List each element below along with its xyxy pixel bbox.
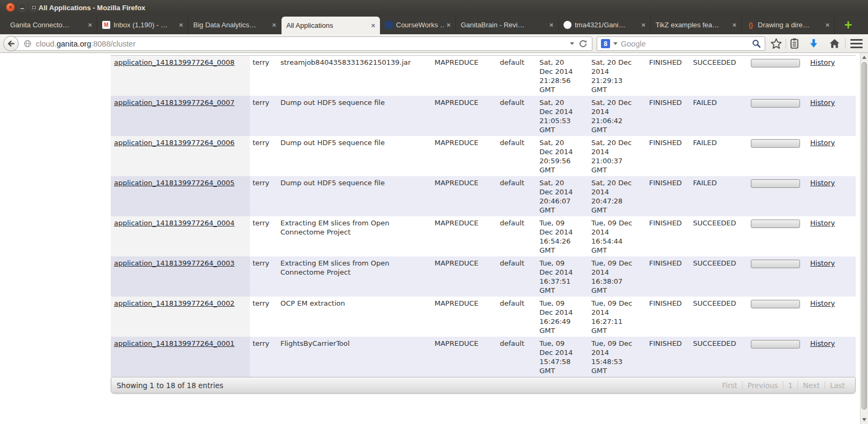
- gmail-icon: [102, 21, 110, 29]
- application-link[interactable]: application_1418139977264_0007: [114, 99, 234, 107]
- bookmark-star-icon[interactable]: [771, 38, 782, 49]
- search-input[interactable]: Google: [621, 40, 752, 48]
- application-link[interactable]: application_1418139977264_0008: [114, 58, 234, 66]
- back-button[interactable]: [3, 36, 19, 51]
- url-suffix: :8088/cluster: [91, 40, 135, 48]
- progress-bar: [751, 139, 800, 148]
- browser-tab-1[interactable]: Inbox (1,190) - … ×: [97, 16, 188, 34]
- start-time-cell: Sat, 20 Dec 2014 20:59:56 GMT: [537, 136, 589, 176]
- tab-close-icon[interactable]: ×: [179, 21, 183, 29]
- history-link[interactable]: History: [810, 299, 835, 307]
- progress-cell: [748, 256, 805, 297]
- application-link[interactable]: application_1418139977264_0002: [114, 299, 234, 307]
- entries-info: Showing 1 to 18 of 18 entries: [117, 381, 223, 390]
- start-time-cell: Tue, 09 Dec 2014 16:54:26 GMT: [537, 216, 589, 256]
- browser-tab-3[interactable]: All Applications ×: [281, 17, 380, 34]
- window-close-button[interactable]: ×: [6, 3, 15, 12]
- history-link[interactable]: History: [810, 339, 835, 347]
- scrollbar-thumb[interactable]: [862, 62, 867, 410]
- search-engine-dropdown-icon[interactable]: [613, 42, 618, 45]
- pagination-1[interactable]: 1: [783, 381, 798, 390]
- pagination-previous[interactable]: Previous: [742, 381, 783, 390]
- application-link[interactable]: application_1418139977264_0001: [114, 339, 234, 347]
- navigation-toolbar: cloud.ganita.org:8088/cluster 8 Google: [0, 34, 868, 53]
- tracking-cell: History: [805, 176, 856, 216]
- application-id-cell: application_1418139977264_0007: [111, 96, 250, 136]
- tab-close-icon[interactable]: ×: [732, 21, 736, 29]
- tab-close-icon[interactable]: ×: [446, 21, 451, 29]
- application-type-cell: MAPREDUCE: [432, 216, 497, 256]
- url-text: cloud.ganita.org:8088/cluster: [36, 40, 135, 48]
- history-link[interactable]: History: [810, 259, 835, 267]
- menu-icon[interactable]: [850, 39, 863, 48]
- scroll-down-icon[interactable]: [861, 416, 868, 423]
- tab-close-icon[interactable]: ×: [88, 21, 92, 29]
- browser-tab-6[interactable]: tma4321/Gani… ×: [559, 16, 651, 34]
- user-cell: terry: [250, 136, 278, 176]
- scroll-up-icon[interactable]: [861, 54, 868, 61]
- queue-cell: default: [497, 176, 537, 216]
- home-icon[interactable]: [829, 38, 840, 49]
- user-cell: terry: [250, 297, 278, 337]
- application-link[interactable]: application_1418139977264_0004: [114, 219, 234, 227]
- back-arrow-icon: [6, 39, 16, 48]
- application-type-cell: MAPREDUCE: [432, 297, 497, 337]
- progress-bar: [751, 340, 800, 349]
- search-icon[interactable]: [752, 39, 761, 48]
- history-link[interactable]: History: [810, 219, 835, 227]
- tab-close-icon[interactable]: ×: [641, 21, 645, 29]
- table-row: application_1418139977264_0005 terry Dum…: [111, 176, 856, 216]
- tracking-cell: History: [805, 216, 856, 256]
- url-dropdown-icon[interactable]: [570, 42, 574, 45]
- name-cell: OCP EM extraction: [278, 297, 432, 337]
- tab-close-icon[interactable]: ×: [549, 21, 553, 29]
- browser-tab-5[interactable]: GanitaBrain - Revi… ×: [456, 16, 559, 34]
- browser-tab-0[interactable]: Ganita Connecto… ×: [5, 16, 97, 34]
- new-tab-button[interactable]: +: [839, 16, 857, 34]
- tab-close-icon[interactable]: ×: [371, 21, 375, 29]
- pagination-last[interactable]: Last: [825, 381, 850, 390]
- search-bar[interactable]: 8 Google: [597, 36, 765, 51]
- name-cell: Dump out HDF5 sequence file: [278, 136, 432, 176]
- toolbar-separator: [845, 39, 846, 49]
- name-cell: FlightsByCarrierTool: [278, 337, 432, 377]
- tab-close-icon[interactable]: ×: [825, 21, 829, 29]
- history-link[interactable]: History: [810, 179, 835, 187]
- browser-tab-7[interactable]: TikZ examples fea… ×: [651, 16, 742, 34]
- search-engine-icon[interactable]: 8: [601, 39, 610, 48]
- bookmarks-list-icon[interactable]: [789, 38, 800, 49]
- globe-icon: [24, 40, 32, 48]
- window-minimize-button[interactable]: [18, 3, 27, 12]
- window-title-bar: × All Applications - Mozilla Firefox: [0, 0, 868, 16]
- history-link[interactable]: History: [810, 99, 835, 107]
- browser-tab-4[interactable]: CourseWorks … ×: [380, 16, 456, 34]
- history-link[interactable]: History: [810, 58, 835, 66]
- vertical-scrollbar[interactable]: [860, 53, 868, 424]
- window-maximize-button[interactable]: [29, 3, 39, 12]
- user-cell: terry: [250, 96, 278, 136]
- browser-tab-8[interactable]: Drawing a dire… ×: [742, 16, 835, 34]
- queue-cell: default: [497, 256, 537, 297]
- finish-time-cell: Sat, 20 Dec 2014 21:29:13 GMT: [589, 56, 646, 96]
- table-row: application_1418139977264_0007 terry Dum…: [111, 96, 856, 136]
- history-link[interactable]: History: [810, 139, 835, 147]
- tab-close-icon[interactable]: ×: [272, 21, 276, 29]
- application-type-cell: MAPREDUCE: [432, 56, 497, 96]
- application-link[interactable]: application_1418139977264_0005: [114, 179, 234, 187]
- finish-time-cell: Sat, 20 Dec 2014 21:06:42 GMT: [589, 96, 646, 136]
- application-link[interactable]: application_1418139977264_0006: [114, 139, 234, 147]
- final-status-cell: SUCCEEDED: [690, 216, 748, 256]
- pagination-first[interactable]: First: [717, 381, 742, 390]
- application-link[interactable]: application_1418139977264_0003: [114, 259, 234, 267]
- minimize-icon: [20, 8, 24, 9]
- table-row: application_1418139977264_0003 terry Ext…: [111, 256, 856, 297]
- user-cell: terry: [250, 176, 278, 216]
- user-cell: terry: [250, 337, 278, 377]
- pagination-next[interactable]: Next: [797, 381, 824, 390]
- browser-tab-2[interactable]: Big Data Analytics… ×: [188, 16, 281, 34]
- reload-icon[interactable]: [579, 40, 587, 48]
- downloads-icon[interactable]: [808, 38, 819, 49]
- url-bar[interactable]: cloud.ganita.org:8088/cluster: [11, 36, 592, 51]
- application-type-cell: MAPREDUCE: [432, 96, 497, 136]
- finish-time-cell: Tue, 09 Dec 2014 16:54:44 GMT: [589, 216, 646, 256]
